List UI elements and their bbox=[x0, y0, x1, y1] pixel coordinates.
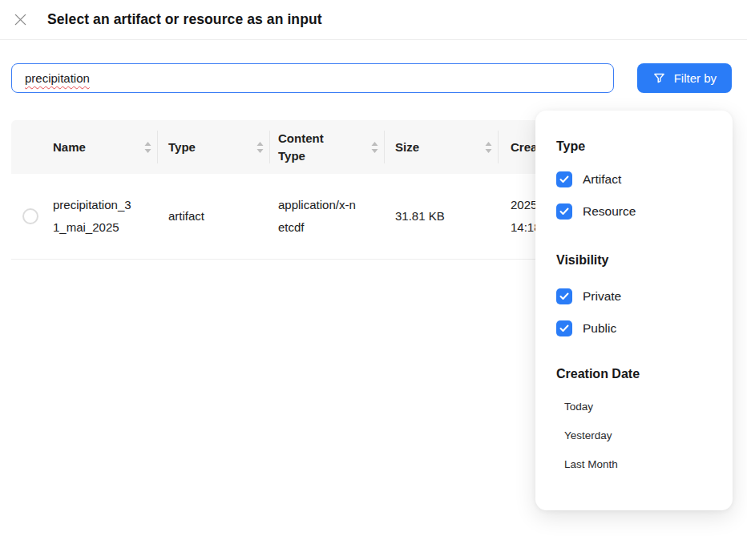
close-icon[interactable] bbox=[11, 10, 29, 28]
cell-size: 31.81 KB bbox=[385, 205, 499, 228]
toolbar: precipitation Filter by bbox=[11, 63, 732, 93]
filter-option-artifact[interactable]: Artifact bbox=[556, 171, 717, 188]
column-header-size[interactable]: Size bbox=[385, 120, 499, 174]
sort-icon[interactable] bbox=[256, 142, 264, 153]
filter-option-private[interactable]: Private bbox=[556, 288, 717, 305]
artifact-select-modal: Select an artifact or resource as an inp… bbox=[0, 0, 747, 560]
search-input[interactable]: precipitation bbox=[11, 63, 614, 93]
row-radio-button[interactable] bbox=[22, 208, 38, 224]
row-select-cell bbox=[11, 208, 45, 224]
filter-popover: Type Artifact Resource Visibility Privat… bbox=[535, 111, 733, 510]
cell-type: artifact bbox=[158, 205, 270, 228]
filter-option-resource[interactable]: Resource bbox=[556, 203, 717, 220]
filter-section-visibility-heading: Visibility bbox=[556, 253, 717, 268]
cell-content-type: application/x-netcdf bbox=[270, 194, 385, 239]
column-header-type[interactable]: Type bbox=[158, 120, 270, 174]
checkbox-checked-icon[interactable] bbox=[556, 320, 572, 336]
search-input-value: precipitation bbox=[25, 71, 90, 85]
cell-name: precipitation_31_mai_2025 bbox=[45, 194, 158, 239]
filter-date-yesterday[interactable]: Yesterday bbox=[564, 429, 717, 441]
checkbox-checked-icon[interactable] bbox=[556, 288, 572, 304]
sort-icon[interactable] bbox=[485, 142, 492, 153]
filter-option-public[interactable]: Public bbox=[556, 320, 717, 337]
funnel-icon bbox=[652, 71, 666, 85]
modal-title: Select an artifact or resource as an inp… bbox=[47, 11, 322, 28]
filter-by-button[interactable]: Filter by bbox=[637, 63, 732, 93]
checkbox-checked-icon[interactable] bbox=[556, 203, 572, 220]
filter-section-type-heading: Type bbox=[556, 139, 717, 154]
checkbox-checked-icon[interactable] bbox=[556, 171, 572, 187]
filter-date-today[interactable]: Today bbox=[564, 401, 717, 413]
filter-section-creation-date-heading: Creation Date bbox=[556, 367, 717, 381]
filter-date-last-month[interactable]: Last Month bbox=[564, 458, 717, 470]
column-header-name[interactable]: Name bbox=[45, 120, 158, 174]
modal-header: Select an artifact or resource as an inp… bbox=[0, 0, 747, 40]
sort-icon[interactable] bbox=[144, 142, 151, 153]
column-header-content-type[interactable]: Content Type bbox=[270, 120, 385, 174]
filter-by-label: Filter by bbox=[674, 71, 717, 85]
sort-icon[interactable] bbox=[371, 142, 378, 153]
select-column-header bbox=[11, 120, 45, 174]
